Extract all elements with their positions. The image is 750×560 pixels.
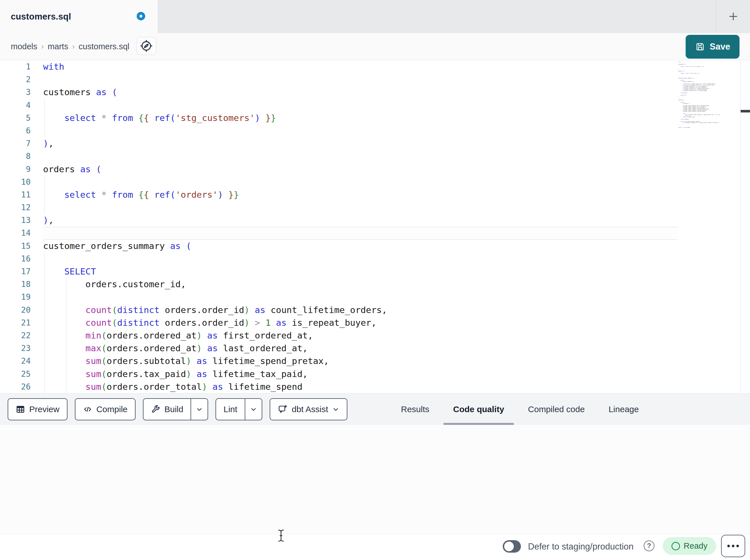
code-line[interactable]: SELECT — [43, 265, 678, 278]
breadcrumb-separator: › — [72, 42, 75, 51]
unsaved-changes-dot-icon — [137, 12, 145, 20]
code-line[interactable]: min(orders.ordered_at) as first_ordered_… — [43, 329, 678, 342]
line-number: 2 — [0, 73, 31, 86]
save-button-label: Save — [710, 42, 730, 52]
code-line[interactable] — [43, 201, 678, 214]
preview-button[interactable]: Preview — [8, 398, 67, 420]
assist-chat-icon — [278, 404, 288, 414]
breadcrumb-file[interactable]: customers.sql — [79, 42, 129, 51]
line-number: 15 — [0, 240, 31, 252]
line-number: 22 — [0, 329, 31, 342]
line-number: 20 — [0, 304, 31, 316]
line-number: 8 — [0, 150, 31, 163]
line-number: 14 — [0, 227, 31, 240]
line-number: 23 — [0, 342, 31, 355]
code-line[interactable] — [43, 99, 678, 111]
code-line[interactable]: customer_orders_summary as ( — [43, 240, 678, 252]
editor-toolbar: Preview Compile — [0, 393, 750, 425]
table-icon — [16, 405, 25, 414]
save-button[interactable]: Save — [686, 35, 739, 59]
code-line[interactable]: max(orders.ordered_at) as last_ordered_a… — [43, 342, 678, 355]
lint-button: Lint — [216, 398, 262, 420]
line-number: 24 — [0, 355, 31, 367]
code-line[interactable]: ), — [43, 137, 678, 150]
compass-icon — [140, 40, 153, 52]
code-line[interactable]: count(distinct orders.order_id) as count… — [43, 304, 678, 316]
chevron-down-icon — [332, 406, 339, 413]
line-number: 6 — [0, 124, 31, 137]
new-tab-button[interactable] — [727, 9, 740, 23]
toolbar-buttons: Preview Compile — [8, 393, 347, 425]
more-options-button[interactable] — [721, 535, 745, 557]
code-line[interactable]: select * from {{ ref('stg_customers') }} — [43, 111, 678, 124]
build-dropdown[interactable] — [191, 399, 208, 420]
editor-scrollbar-thumb[interactable] — [741, 110, 750, 112]
breadcrumb-marts[interactable]: marts — [47, 42, 68, 51]
code-line[interactable]: sum(orders.order_total) as lifetime_spen… — [43, 380, 678, 393]
line-number: 21 — [0, 316, 31, 329]
line-number: 7 — [0, 137, 31, 150]
defer-toggle[interactable] — [503, 540, 521, 553]
breadcrumb-separator: › — [41, 42, 44, 51]
tab-lineage[interactable]: Lineage — [600, 393, 647, 425]
line-number-gutter: 1234567891011121314151617181920212223242… — [0, 60, 31, 393]
code-line[interactable]: ), — [43, 214, 678, 227]
line-number: 1 — [0, 60, 31, 73]
build-button-main[interactable]: Build — [143, 399, 191, 420]
code-line[interactable]: select * from {{ ref('orders') }} — [43, 188, 678, 201]
dbt-assist-button-label: dbt Assist — [292, 405, 328, 414]
build-button-label: Build — [164, 405, 183, 414]
line-number: 13 — [0, 214, 31, 227]
code-line[interactable] — [43, 73, 678, 86]
ellipsis-icon — [727, 545, 730, 547]
line-number: 18 — [0, 278, 31, 291]
line-number: 25 — [0, 368, 31, 380]
code-line[interactable]: count(distinct orders.order_id) > 1 as i… — [43, 316, 678, 329]
line-number: 5 — [0, 111, 31, 124]
compile-button[interactable]: Compile — [75, 398, 136, 420]
lint-button-main[interactable]: Lint — [216, 399, 244, 420]
code-icon — [83, 405, 93, 414]
dbt-assist-button[interactable]: dbt Assist — [270, 398, 347, 420]
line-number: 10 — [0, 175, 31, 188]
ready-status-icon — [671, 542, 680, 551]
line-number: 11 — [0, 188, 31, 201]
ready-status-label: Ready — [684, 541, 708, 551]
explore-lineage-button[interactable] — [136, 37, 157, 55]
tab-code-quality[interactable]: Code quality — [445, 393, 512, 425]
tab-customers-sql[interactable]: customers.sql — [0, 0, 158, 33]
code-line[interactable] — [43, 291, 678, 303]
tab-compiled-code[interactable]: Compiled code — [520, 393, 593, 425]
code-line[interactable] — [43, 175, 678, 188]
line-number: 3 — [0, 86, 31, 99]
editor-tab-bar: customers.sql — [0, 0, 750, 33]
code-line[interactable]: orders as ( — [43, 163, 678, 175]
help-icon[interactable]: ? — [644, 540, 654, 551]
code-line[interactable] — [43, 124, 678, 137]
code-line[interactable]: sum(orders.tax_paid) as lifetime_tax_pai… — [43, 368, 678, 380]
code-line[interactable] — [43, 227, 678, 240]
line-number: 4 — [0, 99, 31, 111]
wrench-icon — [151, 405, 160, 414]
breadcrumb-models[interactable]: models — [11, 42, 37, 51]
code-line[interactable] — [43, 150, 678, 163]
code-line[interactable]: orders.customer_id, — [43, 278, 678, 291]
lint-dropdown[interactable] — [245, 399, 262, 420]
dbt-ide-window: customers.sql models › marts › customers… — [0, 0, 750, 560]
minimap[interactable]: with customers as ( select * from {{ ref… — [678, 61, 739, 134]
code-line[interactable]: sum(orders.subtotal) as lifetime_spend_p… — [43, 355, 678, 367]
line-number: 19 — [0, 291, 31, 303]
save-icon — [695, 42, 705, 52]
breadcrumb-bar: models › marts › customers.sql — [0, 33, 750, 60]
ide-status-badge[interactable]: Ready — [663, 537, 716, 555]
compile-button-label: Compile — [96, 405, 127, 414]
code-line[interactable]: with — [43, 60, 678, 73]
toggle-knob — [504, 542, 514, 551]
code-lines[interactable]: with customers as ( select * from {{ ref… — [43, 60, 678, 393]
code-line[interactable] — [43, 252, 678, 265]
chevron-down-icon — [196, 406, 203, 413]
preview-button-label: Preview — [29, 405, 60, 414]
plus-icon — [728, 11, 739, 22]
code-line[interactable]: customers as ( — [43, 86, 678, 99]
tab-results[interactable]: Results — [393, 393, 437, 425]
